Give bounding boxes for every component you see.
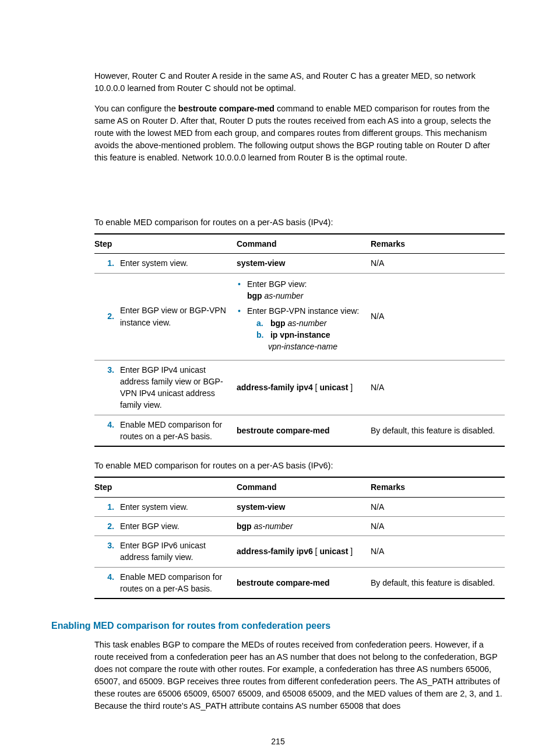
text: Enter BGP view: [247,279,307,289]
table-row: 2. Enter BGP view or BGP-VPN instance vi… [94,273,505,360]
command-arg: vpn-instance-name [256,342,337,351]
table-row: 1. Enter system view. system-view N/A [94,254,505,273]
table-row: 2. Enter BGP view. bgp as-number N/A [94,516,505,536]
procedure-table-ipv4: Step Command Remarks 1. Enter system vie… [94,233,505,447]
command-cell: Enter BGP view: bgp as-number Enter BGP-… [237,273,371,360]
step-text: Enter system view. [120,254,237,273]
command-cell: bgp as-number [237,516,371,536]
step-number: 4. [94,415,120,446]
step-text: Enable MED comparison for routes on a pe… [120,415,237,446]
sub-step: b. ip vpn-instance vpn-instance-name [247,329,367,353]
step-text: Enter BGP IPv4 unicast address family vi… [120,360,237,415]
confederation-paragraph: This task enables BGP to compare the MED… [94,639,505,712]
header-step: Step [94,477,237,497]
command-cell: address-family ipv6 [ unicast ] [237,536,371,568]
step-text: Enter BGP IPv6 unicast address family vi… [120,536,237,568]
page-number: 215 [51,736,505,747]
table-row: 1. Enter system view. system-view N/A [94,497,505,516]
step-number: 3. [94,360,120,415]
command-keyword: bgp [247,291,262,300]
text: ] [348,547,353,556]
command-keyword: bestroute compare-med [237,426,329,435]
remarks-cell: By default, this feature is disabled. [371,415,505,446]
table-row: 3. Enter BGP IPv6 unicast address family… [94,536,505,568]
command-cell: bestroute compare-med [237,567,371,598]
bullet-item: Enter BGP-VPN instance view: a. bgp as-n… [247,305,367,352]
text: You can configure the [94,104,178,113]
command-cell: system-view [237,497,371,516]
substep-label: b. [256,329,268,341]
command-keyword: bgp [270,318,286,328]
text: [ [313,547,320,556]
command-keyword: address-family ipv6 [237,547,313,556]
sub-step: a. bgp as-number [247,317,367,329]
section-heading-confederation: Enabling MED comparison for routes from … [51,619,505,632]
table-header-row: Step Command Remarks [94,477,505,497]
step-number: 2. [94,273,120,360]
step-number: 4. [94,567,120,598]
command-arg: as-number [286,318,327,328]
remarks-cell: N/A [371,360,505,415]
header-remarks: Remarks [371,477,505,497]
command-arg: as-number [252,522,293,531]
table-row: 4. Enable MED comparison for routes on a… [94,567,505,598]
step-number: 3. [94,536,120,568]
header-remarks: Remarks [371,234,505,254]
step-text: Enable MED comparison for routes on a pe… [120,567,237,598]
step-text: Enter BGP view or BGP-VPN instance view. [120,273,237,360]
header-step: Step [94,234,237,254]
procedure-table-ipv6: Step Command Remarks 1. Enter system vie… [94,477,505,599]
table-header-row: Step Command Remarks [94,234,505,254]
step-number: 2. [94,516,120,536]
remarks-cell: N/A [371,254,505,273]
header-command: Command [237,234,371,254]
table-intro-ipv6: To enable MED comparison for routes on a… [94,460,505,472]
command-keyword: address-family ipv4 [237,383,313,392]
command-keyword: bestroute compare-med [237,578,329,587]
table-row: 3. Enter BGP IPv4 unicast address family… [94,360,505,415]
command-keyword: ip vpn-instance [270,330,330,340]
command-cell: system-view [237,254,371,273]
step-number: 1. [94,254,120,273]
command-cell: address-family ipv4 [ unicast ] [237,360,371,415]
step-text: Enter BGP view. [120,516,237,536]
intro-paragraph-1: However, Router C and Router A reside in… [94,70,505,94]
step-text: Enter system view. [120,497,237,516]
remarks-cell: N/A [371,516,505,536]
command-arg: as-number [262,291,304,300]
step-number: 1. [94,497,120,516]
command-keyword: unicast [319,383,348,392]
command-keyword: bestroute compare-med [178,104,275,113]
command-keyword: bgp [237,522,252,531]
remarks-cell: By default, this feature is disabled. [371,567,505,598]
remarks-cell: N/A [371,497,505,516]
command-keyword: system-view [237,502,285,512]
intro-paragraph-2: You can configure the bestroute compare-… [94,103,505,164]
substep-label: a. [256,317,268,329]
text: Enter BGP-VPN instance view: [247,306,359,316]
text: [ [313,383,320,392]
text: ] [348,383,353,392]
command-keyword: system-view [237,258,285,268]
command-cell: bestroute compare-med [237,415,371,446]
remarks-cell: N/A [371,536,505,568]
table-intro-ipv4: To enable MED comparison for routes on a… [94,216,505,229]
command-keyword: unicast [319,547,348,556]
remarks-cell: N/A [371,273,505,360]
header-command: Command [237,477,371,497]
table-row: 4. Enable MED comparison for routes on a… [94,415,505,446]
bullet-item: Enter BGP view: bgp as-number [247,278,367,302]
